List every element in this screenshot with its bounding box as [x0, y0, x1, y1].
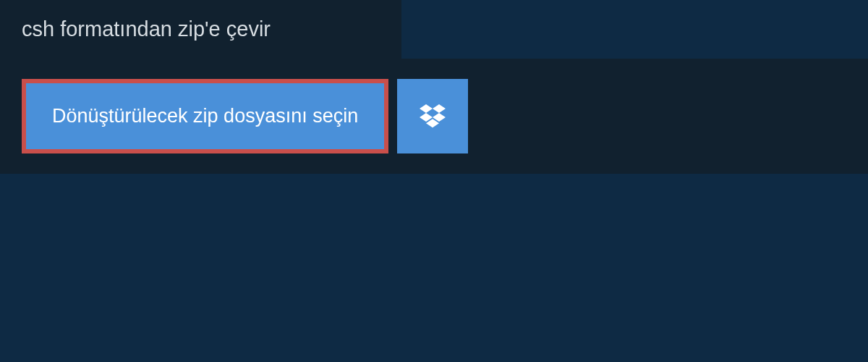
button-row: Dönüştürülecek zip dosyasını seçin — [22, 79, 846, 153]
tab-title: csh formatından zip'e çevir — [22, 17, 271, 41]
select-file-label: Dönüştürülecek zip dosyasını seçin — [52, 105, 358, 127]
dropbox-icon — [420, 102, 446, 131]
dropbox-button[interactable] — [397, 79, 468, 153]
select-file-button[interactable]: Dönüştürülecek zip dosyasını seçin — [22, 79, 388, 153]
content-panel: Dönüştürülecek zip dosyasını seçin — [0, 59, 868, 174]
tab-header[interactable]: csh formatından zip'e çevir — [0, 0, 401, 59]
